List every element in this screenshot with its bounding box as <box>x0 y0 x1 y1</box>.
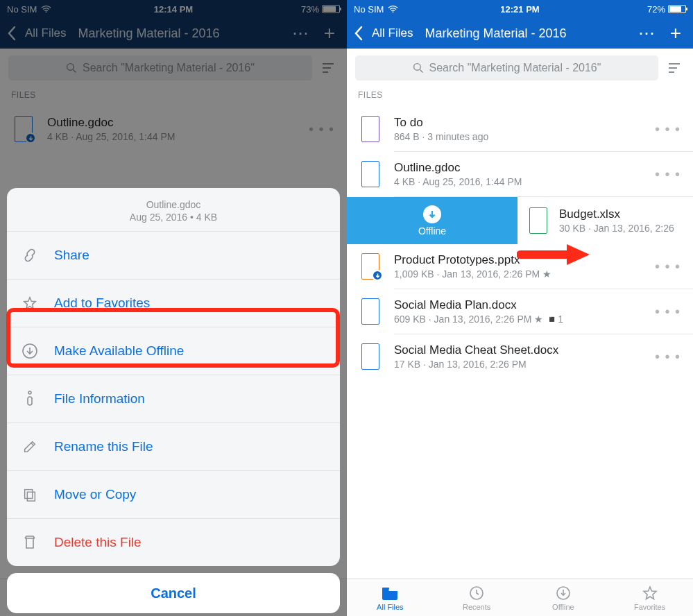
clock-icon <box>468 585 485 601</box>
file-icon <box>357 252 384 281</box>
row-more-icon[interactable]: • • • <box>652 259 683 275</box>
file-icon <box>357 160 384 189</box>
search-icon <box>413 62 424 74</box>
svg-rect-10 <box>27 492 35 501</box>
file-name: Budget.xlsx <box>559 207 687 221</box>
plus-icon[interactable]: + <box>665 24 686 43</box>
tab-all-files[interactable]: All Files <box>347 579 434 616</box>
search-placeholder: Search "Marketing Material - 2016" <box>429 62 601 74</box>
search-input[interactable]: Search "Marketing Material - 2016" <box>355 55 658 80</box>
status-time: 12:21 PM <box>347 4 693 15</box>
row-more-icon[interactable]: • • • <box>652 349 683 365</box>
back-button[interactable]: All Files <box>372 26 413 40</box>
action-sheet: Outline.gdoc Aug 25, 2016 • 4 KB Share A… <box>7 188 340 613</box>
file-name: Social Media Cheat Sheet.docx <box>394 343 652 357</box>
file-name: Social Media Plan.docx <box>394 298 652 312</box>
file-row[interactable]: Social Media Plan.docx 609 KB · Jan 13, … <box>347 289 693 334</box>
info-icon <box>21 391 39 407</box>
svg-point-7 <box>28 391 31 394</box>
file-meta: 609 KB · Jan 13, 2016, 2:26 PM ★ ◾1 <box>394 314 652 325</box>
status-bar: No SIM 12:21 PM 72% <box>347 0 693 18</box>
download-icon <box>555 585 572 601</box>
file-icon <box>357 297 384 326</box>
offline-badge-icon <box>372 270 383 281</box>
sheet-delete[interactable]: Delete this File <box>7 518 340 566</box>
file-meta: 1,009 KB · Jan 13, 2016, 2:26 PM ★ <box>394 268 652 280</box>
file-meta: 4 KB · Aug 25, 2016, 1:44 PM <box>394 176 652 187</box>
file-row[interactable]: Outline.gdoc 4 KB · Aug 25, 2016, 1:44 P… <box>347 152 693 196</box>
sheet-favorite[interactable]: Add to Favorites <box>7 279 340 327</box>
file-row[interactable]: Social Media Cheat Sheet.docx 17 KB · Ja… <box>347 334 693 379</box>
svg-rect-17 <box>382 588 389 590</box>
file-name: To do <box>394 116 652 130</box>
chevron-left-icon[interactable] <box>354 26 363 41</box>
sheet-move[interactable]: Move or Copy <box>7 470 340 518</box>
sheet-filename: Outline.gdoc <box>14 199 333 210</box>
tab-favorites[interactable]: Favorites <box>606 579 693 616</box>
file-meta: 30 KB · Jan 13, 2016, 2:26 <box>559 223 687 234</box>
svg-rect-9 <box>25 490 33 499</box>
svg-rect-8 <box>28 397 32 405</box>
file-icon <box>357 114 384 144</box>
star-icon <box>21 296 39 311</box>
sheet-share[interactable]: Share <box>7 231 340 279</box>
file-row-swiped[interactable]: Offline Budget.xlsx 30 KB · Jan 13, 2016… <box>347 197 693 244</box>
file-icon <box>357 342 384 371</box>
svg-point-12 <box>413 64 420 71</box>
page-title: Marketing Material - 2016 <box>425 26 567 41</box>
pencil-icon <box>21 439 39 454</box>
battery-icon <box>668 5 686 13</box>
annotation-arrow <box>517 242 593 267</box>
svg-line-13 <box>420 69 422 72</box>
folder-icon <box>381 585 399 601</box>
sort-icon[interactable] <box>667 62 685 74</box>
sheet-filemeta: Aug 25, 2016 • 4 KB <box>14 212 333 223</box>
star-icon <box>642 585 658 601</box>
sheet-offline[interactable]: Make Available Offline <box>7 327 340 375</box>
link-icon <box>21 248 39 263</box>
nav-bar: All Files Marketing Material - 2016 ⋯ + <box>347 18 693 49</box>
file-row[interactable]: To do 864 B · 3 minutes ago • • • <box>347 107 693 151</box>
tab-offline[interactable]: Offline <box>520 579 607 616</box>
tab-recents[interactable]: Recents <box>434 579 520 616</box>
download-icon <box>21 343 39 359</box>
row-more-icon[interactable]: • • • <box>652 121 683 137</box>
swipe-offline-action[interactable]: Offline <box>347 197 517 244</box>
file-meta: 864 B · 3 minutes ago <box>394 131 652 142</box>
row-more-icon[interactable]: • • • <box>652 166 683 182</box>
section-label: FILES <box>347 87 693 107</box>
download-icon <box>423 205 441 223</box>
copy-icon <box>21 487 39 502</box>
sheet-cancel[interactable]: Cancel <box>7 573 340 613</box>
more-icon[interactable]: ⋯ <box>636 25 657 42</box>
row-more-icon[interactable]: • • • <box>652 304 683 320</box>
sheet-header: Outline.gdoc Aug 25, 2016 • 4 KB <box>7 188 340 231</box>
file-name: Outline.gdoc <box>394 161 652 175</box>
file-meta: 17 KB · Jan 13, 2016, 2:26 PM <box>394 359 652 370</box>
trash-icon <box>21 534 39 551</box>
tab-bar: All Files Recents Offline Favorites <box>347 579 693 616</box>
sheet-rename[interactable]: Rename this File <box>7 422 340 470</box>
file-icon <box>524 206 552 235</box>
sheet-info[interactable]: File Information <box>7 375 340 422</box>
